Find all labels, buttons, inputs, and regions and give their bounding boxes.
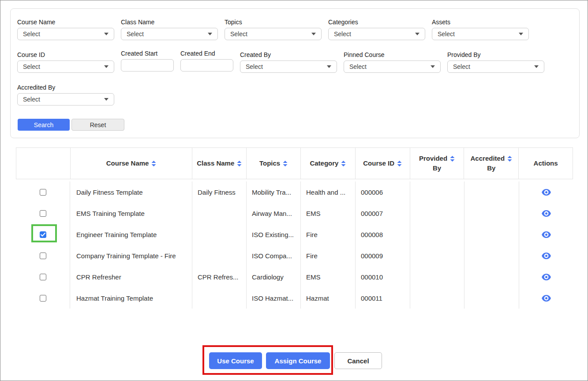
filter-categories: Categories Select — [328, 19, 425, 40]
topics-cell: Cardiology — [252, 273, 284, 281]
cell-course_id: 000007 — [356, 203, 410, 224]
cell-course_id: 000010 — [356, 266, 410, 287]
cell-class_name — [192, 203, 247, 224]
filter-assets: Assets Select — [432, 19, 529, 40]
cell-class_name — [192, 287, 247, 309]
view-course-button[interactable] — [539, 187, 553, 198]
column-header-accredited_by[interactable]: AccreditedBy — [464, 148, 519, 179]
topics-select[interactable]: Select — [225, 28, 322, 40]
row-checkbox[interactable] — [40, 210, 46, 217]
eye-icon — [541, 210, 551, 217]
use-course-button[interactable]: Use Course — [209, 352, 262, 369]
category-cell: EMS — [306, 273, 321, 281]
filter-course-id: Course ID Select — [17, 51, 114, 73]
course-id-cell: 000009 — [361, 252, 383, 260]
sort-icon — [237, 161, 242, 166]
class-name-cell: Daily Fitness — [198, 189, 236, 196]
cell-provided_by — [410, 266, 464, 287]
created-start-input[interactable] — [121, 59, 174, 72]
sort-icon — [151, 161, 156, 166]
row-checkbox[interactable] — [40, 231, 46, 238]
cell-class_name — [192, 224, 247, 245]
category-cell: Health and ... — [306, 189, 345, 196]
class-name-label: Class Name — [121, 19, 218, 26]
column-header-course_id[interactable]: Course ID — [356, 148, 410, 179]
cell-accredited_by — [464, 287, 519, 309]
assign-course-button[interactable]: Assign Course — [266, 352, 330, 369]
course-id-cell: 000011 — [361, 294, 382, 302]
created-by-select[interactable]: Select — [240, 60, 337, 73]
row-checkbox[interactable] — [40, 189, 46, 196]
view-course-button[interactable] — [539, 250, 553, 261]
column-header-course_name[interactable]: Course Name — [71, 148, 193, 179]
cell-course_name: Company Training Template - Fire — [70, 245, 192, 266]
cell-checkbox — [16, 266, 70, 287]
course-name-cell: Hazmat Training Template — [76, 294, 153, 302]
view-course-button[interactable] — [539, 293, 553, 304]
course-id-select[interactable]: Select — [17, 60, 114, 73]
cell-course_name: Daily Fitness Template — [70, 181, 192, 203]
sort-icon — [341, 161, 346, 166]
filter-accredited-by: Accredited By Select — [17, 84, 114, 106]
cell-class_name: CPR Refres... — [192, 266, 247, 287]
cell-course_id: 000011 — [356, 287, 410, 309]
cell-provided_by — [410, 203, 464, 224]
course-table: Course NameClass NameTopicsCategoryCours… — [16, 147, 573, 309]
categories-select[interactable]: Select — [328, 28, 425, 40]
cell-provided_by — [410, 245, 464, 266]
created-end-input[interactable] — [180, 59, 233, 72]
cell-actions — [519, 245, 573, 266]
pinned-course-label: Pinned Course — [344, 51, 441, 58]
topics-cell: ISO Hazmat... — [252, 294, 293, 302]
chevron-down-icon — [104, 33, 109, 35]
chevron-down-icon — [311, 33, 316, 35]
column-header-topics[interactable]: Topics — [247, 148, 301, 179]
cell-accredited_by — [464, 181, 519, 203]
cell-course_id: 000006 — [356, 181, 410, 203]
accredited-by-select[interactable]: Select — [17, 93, 114, 106]
view-course-button[interactable] — [539, 272, 553, 283]
sort-icon — [507, 156, 512, 162]
eye-icon — [541, 273, 551, 281]
assets-select[interactable]: Select — [432, 28, 529, 40]
course-id-cell: 000008 — [361, 231, 383, 238]
filter-pinned-course: Pinned Course Select — [344, 51, 441, 73]
column-header-category[interactable]: Category — [301, 148, 356, 179]
column-header-actions: Actions — [519, 148, 573, 179]
cell-topics: Mobility Tra... — [247, 181, 301, 203]
row-checkbox[interactable] — [40, 295, 46, 302]
pinned-course-select[interactable]: Select — [344, 60, 441, 73]
cancel-button[interactable]: Cancel — [334, 352, 382, 369]
row-checkbox[interactable] — [40, 274, 46, 280]
reset-button[interactable]: Reset — [71, 119, 124, 131]
table-header: Course NameClass NameTopicsCategoryCours… — [16, 147, 573, 179]
cell-topics: ISO Existing... — [247, 224, 301, 245]
cell-actions — [519, 203, 573, 224]
filter-provided-by: Provided By Select — [447, 51, 544, 73]
cell-course_id: 000009 — [356, 245, 410, 266]
filter-panel: Course Name Select Class Name Select Top… — [10, 8, 580, 138]
class-name-select[interactable]: Select — [121, 28, 218, 40]
cell-topics: Cardiology — [247, 266, 301, 287]
category-cell: Fire — [306, 252, 318, 260]
table-row: CPR RefresherCPR Refres...CardiologyEMS0… — [16, 266, 573, 287]
table-row: Company Training Template - FireISO Comp… — [16, 245, 573, 266]
view-course-button[interactable] — [539, 208, 553, 219]
cell-topics: Airway Man... — [247, 203, 301, 224]
sort-icon — [397, 161, 402, 166]
column-header-provided_by[interactable]: ProvidedBy — [410, 148, 464, 179]
column-header-class_name[interactable]: Class Name — [192, 148, 247, 179]
course-name-cell: Company Training Template - Fire — [76, 252, 176, 260]
cell-accredited_by — [464, 203, 519, 224]
eye-icon — [541, 294, 551, 302]
search-button[interactable]: Search — [18, 119, 70, 131]
topics-cell: ISO Existing... — [252, 231, 294, 238]
filter-created-end: Created End — [180, 50, 233, 72]
cell-topics: ISO Compa... — [247, 245, 301, 266]
course-name-select[interactable]: Select — [17, 28, 114, 40]
view-course-button[interactable] — [539, 229, 553, 240]
provided-by-select[interactable]: Select — [447, 60, 544, 73]
cell-checkbox — [16, 287, 70, 309]
chevron-down-icon — [415, 33, 419, 35]
row-checkbox[interactable] — [40, 253, 46, 259]
